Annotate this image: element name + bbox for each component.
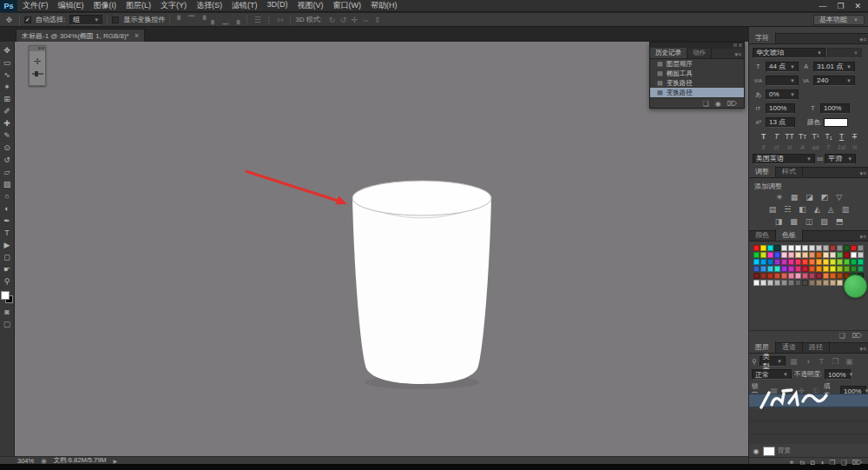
proportional-field[interactable]: 0%▼ — [766, 89, 799, 100]
language-select[interactable]: 美国英语▼ — [753, 154, 815, 164]
menu-file[interactable]: 文件(F) — [23, 0, 49, 11]
menu-layer[interactable]: 图层(L) — [126, 0, 151, 11]
color-swatch[interactable] — [767, 245, 773, 251]
contextual-alternates-icon[interactable]: ct — [772, 144, 782, 150]
menu-3d[interactable]: 3D(D) — [267, 0, 288, 11]
color-swatch[interactable] — [753, 252, 760, 258]
color-swatch[interactable] — [802, 273, 808, 279]
distribute-widths-icon[interactable]: ∺ — [274, 15, 286, 25]
brightness-contrast-icon[interactable]: ☀ — [776, 193, 783, 202]
photo-filter-icon[interactable]: ◭ — [814, 205, 820, 214]
color-swatch[interactable] — [837, 273, 843, 279]
menu-window[interactable]: 窗口(W) — [333, 0, 362, 11]
link-layers-icon[interactable]: ⚭ — [789, 459, 795, 467]
selective-color-icon[interactable]: ⬒ — [836, 217, 844, 226]
history-state[interactable]: ▤变换路径 — [650, 78, 744, 88]
color-swatch[interactable] — [781, 252, 787, 258]
color-swatch[interactable] — [781, 280, 787, 286]
fractions-icon[interactable]: ½ — [850, 144, 860, 150]
restore-button[interactable]: ❐ — [837, 2, 844, 10]
3d-roll-icon[interactable]: ↺ — [338, 15, 349, 25]
color-swatch[interactable] — [760, 280, 766, 286]
underline-icon[interactable]: T — [837, 132, 847, 141]
invert-icon[interactable]: ◨ — [775, 217, 783, 226]
foreground-color-swatch[interactable] — [1, 291, 10, 300]
menu-type[interactable]: 文字(Y) — [161, 0, 187, 11]
discretionary-ligatures-icon[interactable]: st — [785, 144, 795, 150]
healing-brush-tool[interactable]: ✚ — [1, 117, 14, 129]
menu-edit[interactable]: 编辑(E) — [58, 0, 84, 11]
color-swatch[interactable] — [795, 273, 801, 279]
align-vertical-centers-icon[interactable]: ▔ — [186, 15, 197, 25]
filter-pixel-icon[interactable]: ▦ — [788, 356, 799, 367]
color-swatch[interactable] — [774, 280, 780, 286]
color-swatch[interactable] — [802, 266, 808, 272]
menu-view[interactable]: 视图(V) — [298, 0, 324, 11]
panel-menu-icon[interactable]: ▾≡ — [859, 346, 868, 353]
color-swatch[interactable] — [753, 259, 760, 265]
color-swatch[interactable] — [788, 280, 794, 286]
color-swatch[interactable] — [823, 280, 829, 286]
exposure-icon[interactable]: ◩ — [821, 193, 829, 202]
eraser-tool[interactable]: ▱ — [1, 166, 14, 178]
menu-filter[interactable]: 滤镜(T) — [232, 0, 258, 11]
color-swatch[interactable] — [802, 245, 808, 251]
levels-icon[interactable]: ▦ — [791, 193, 799, 202]
titling-alternates-icon[interactable]: T — [824, 144, 834, 150]
dodge-tool[interactable]: ◐ — [1, 202, 14, 215]
all-caps-icon[interactable]: TT — [785, 132, 795, 141]
filter-type-select[interactable]: 类型▼ — [760, 356, 786, 367]
color-swatch[interactable] — [830, 280, 836, 286]
color-swatch[interactable] — [795, 266, 801, 272]
filter-type-icon[interactable]: T — [816, 356, 827, 367]
tab-color[interactable]: 颜色 — [749, 229, 776, 241]
hue-saturation-icon[interactable]: ▤ — [769, 205, 777, 214]
crop-tool[interactable]: ⊞ — [1, 93, 14, 105]
pen-tool[interactable]: ✒ — [1, 215, 14, 227]
shape-tool[interactable]: ◻ — [1, 251, 14, 263]
create-snapshot-icon[interactable]: ◉ — [715, 100, 721, 108]
color-swatch[interactable] — [858, 245, 864, 251]
gradient-map-icon[interactable]: ▧ — [820, 217, 828, 226]
filter-shape-icon[interactable]: ❒ — [830, 356, 841, 367]
lasso-tool[interactable]: ∿ — [1, 69, 14, 81]
blur-tool[interactable]: ○ — [1, 190, 14, 202]
history-state[interactable]: ▤图层顺序 — [650, 59, 744, 69]
new-layer-icon[interactable]: ❏ — [841, 459, 847, 467]
panel-menu-icon[interactable]: ▾≡ — [859, 170, 868, 177]
superscript-icon[interactable]: T¹ — [811, 132, 821, 141]
color-swatch[interactable] — [809, 252, 815, 258]
color-swatch[interactable] — [809, 266, 815, 272]
tab-adjustments[interactable]: 调整 — [749, 166, 776, 177]
color-swatch[interactable] — [844, 259, 850, 265]
color-swatch[interactable] — [844, 252, 850, 258]
color-swatch[interactable] — [844, 266, 850, 272]
tab-paths[interactable]: 路径 — [803, 341, 830, 353]
menu-image[interactable]: 图像(I) — [94, 0, 117, 11]
color-swatch[interactable] — [788, 273, 794, 279]
quick-selection-tool[interactable]: ✶ — [1, 81, 14, 93]
text-color-swatch[interactable] — [824, 118, 848, 127]
quick-mask-icon[interactable]: ◙ — [4, 308, 9, 316]
color-swatch[interactable] — [816, 266, 822, 272]
color-swatch[interactable] — [767, 266, 773, 272]
align-right-edges-icon[interactable]: ▗ — [231, 15, 242, 25]
3d-slide-icon[interactable]: ⇔ — [360, 15, 372, 25]
color-swatch-control[interactable] — [1, 291, 13, 303]
curves-icon[interactable]: ◪ — [806, 193, 813, 202]
font-family-select[interactable]: 华文琥珀▼ — [753, 48, 825, 58]
color-swatch[interactable] — [781, 266, 787, 272]
color-swatch[interactable] — [830, 273, 836, 279]
new-document-from-state-icon[interactable]: ❏ — [703, 100, 709, 108]
color-swatch[interactable] — [816, 245, 822, 251]
color-swatch[interactable] — [816, 252, 822, 258]
color-swatch[interactable] — [795, 280, 801, 286]
mini-widget-slider[interactable] — [32, 73, 43, 75]
auto-select-dropdown[interactable]: 组▼ — [69, 15, 102, 25]
color-swatch[interactable] — [837, 245, 843, 251]
faux-bold-icon[interactable]: T — [759, 132, 769, 141]
color-swatch[interactable] — [767, 259, 773, 265]
marquee-tool[interactable]: ▭ — [1, 56, 14, 69]
opacity-field[interactable]: 100%▼ — [825, 369, 851, 380]
mini-tool-widget[interactable]: ✛ — [29, 45, 46, 86]
